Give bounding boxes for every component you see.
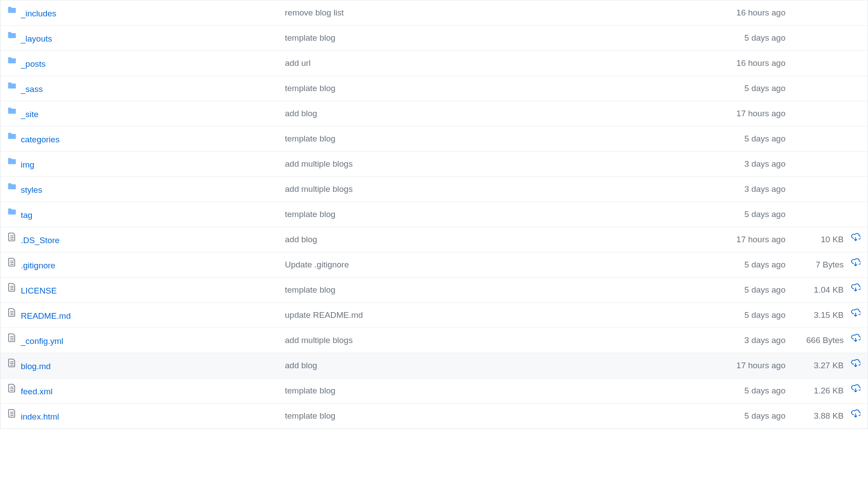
file-row: _config.ymladd multiple blogs3 days ago6… [0,328,868,353]
file-name-cell: _includes [0,0,278,26]
file-size-cell [793,152,868,177]
file-size-cell: 1.26 KB [793,378,868,404]
folder-icon [8,207,16,220]
file-name-link[interactable]: LICENSE [21,286,57,295]
commit-message-link[interactable]: add blog [285,109,317,118]
commit-message-cell: update README.md [278,303,722,328]
commit-message-link[interactable]: template blog [285,386,335,395]
folder-icon [8,132,16,144]
commit-message-cell: template blog [278,26,722,51]
file-row: README.mdupdate README.md5 days ago3.15 … [0,303,868,328]
file-name-cell: tag [0,202,278,227]
file-row: _siteadd blog17 hours ago [0,101,868,126]
commit-message-link[interactable]: add blog [285,361,317,370]
file-row: categoriestemplate blog5 days ago [0,126,868,152]
file-name-cell: styles [0,177,278,202]
commit-time: 5 days ago [722,378,793,404]
file-row: tagtemplate blog5 days ago [0,202,868,227]
commit-time: 17 hours ago [722,353,793,378]
file-name-link[interactable]: README.md [21,311,71,320]
commit-message-link[interactable]: template blog [285,285,335,294]
commit-message-link[interactable]: template blog [285,33,335,42]
file-size: 10 KB [821,233,844,246]
commit-message-link[interactable]: add multiple blogs [285,159,353,168]
commit-message-cell: remove blog list [278,0,722,26]
file-name-cell: README.md [0,303,278,328]
commit-message-link[interactable]: remove blog list [285,8,344,17]
file-name-link[interactable]: feed.xml [21,387,53,396]
commit-message-cell: add blog [278,101,722,126]
download-icon[interactable] [851,359,860,372]
commit-message-link[interactable]: template blog [285,84,335,93]
commit-message-cell: template blog [278,278,722,303]
commit-message-cell: add blog [278,227,722,252]
file-size: 666 Bytes [807,334,844,347]
file-icon [8,333,16,346]
commit-time: 5 days ago [722,126,793,152]
file-size: 3.27 KB [814,359,844,372]
file-name-link[interactable]: styles [21,185,42,195]
file-name-link[interactable]: _posts [21,59,46,69]
download-icon[interactable] [851,384,860,397]
commit-message-cell: add url [278,51,722,76]
commit-message-link[interactable]: add url [285,58,311,68]
file-size: 3.88 KB [814,410,844,422]
file-row: _postsadd url16 hours ago [0,51,868,76]
file-row: index.htmltemplate blog5 days ago3.88 KB [0,404,868,429]
commit-message-link[interactable]: template blog [285,134,335,143]
file-name-cell: index.html [0,404,278,429]
file-row: blog.mdadd blog17 hours ago3.27 KB [0,353,868,378]
commit-message-link[interactable]: template blog [285,411,335,420]
download-icon[interactable] [851,283,860,297]
file-list: _includesremove blog list16 hours ago_la… [0,0,868,429]
download-icon[interactable] [851,233,860,246]
commit-message-link[interactable]: Update .gitignore [285,260,349,269]
file-row: _sasstemplate blog5 days ago [0,76,868,101]
file-size-cell: 7 Bytes [793,252,868,278]
file-name-cell: _posts [0,51,278,76]
commit-time: 5 days ago [722,202,793,227]
file-name-link[interactable]: tag [21,210,32,220]
download-icon[interactable] [851,409,860,423]
folder-icon [8,157,16,169]
file-size-cell: 3.27 KB [793,353,868,378]
commit-message-link[interactable]: add blog [285,235,317,244]
file-name-cell: categories [0,126,278,152]
commit-time: 5 days ago [722,76,793,101]
file-name-link[interactable]: blog.md [21,362,51,371]
commit-message-cell: template blog [278,126,722,152]
file-name-link[interactable]: _site [21,110,38,119]
file-name-link[interactable]: .DS_Store [21,236,60,245]
file-name-link[interactable]: _config.yml [21,336,63,346]
commit-message-link[interactable]: add multiple blogs [285,184,353,194]
commit-time: 5 days ago [722,278,793,303]
file-name-link[interactable]: .gitignore [21,261,55,270]
commit-message-cell: add multiple blogs [278,152,722,177]
file-name-link[interactable]: _includes [21,9,56,18]
file-name-link[interactable]: _layouts [21,34,52,43]
file-name-link[interactable]: img [21,160,35,169]
commit-time: 5 days ago [722,303,793,328]
download-icon[interactable] [851,334,860,347]
file-size: 1.26 KB [814,385,844,397]
download-icon[interactable] [851,309,860,322]
commit-message-link[interactable]: add multiple blogs [285,336,353,345]
commit-message-link[interactable]: template blog [285,210,335,219]
folder-icon [8,107,16,119]
file-icon [8,308,16,320]
file-size: 3.15 KB [814,309,844,321]
file-name-cell: blog.md [0,353,278,378]
file-row: imgadd multiple blogs3 days ago [0,152,868,177]
file-name-link[interactable]: _sass [21,84,43,94]
file-size-cell: 1.04 KB [793,278,868,303]
file-name-link[interactable]: categories [21,135,60,144]
file-size-cell [793,76,868,101]
file-icon [8,359,16,371]
download-icon[interactable] [851,258,860,271]
file-name-cell: _config.yml [0,328,278,353]
file-size: 7 Bytes [816,259,844,271]
commit-message-link[interactable]: update README.md [285,310,363,320]
file-name-cell: feed.xml [0,378,278,404]
file-name-link[interactable]: index.html [21,412,59,421]
folder-icon [8,31,16,43]
